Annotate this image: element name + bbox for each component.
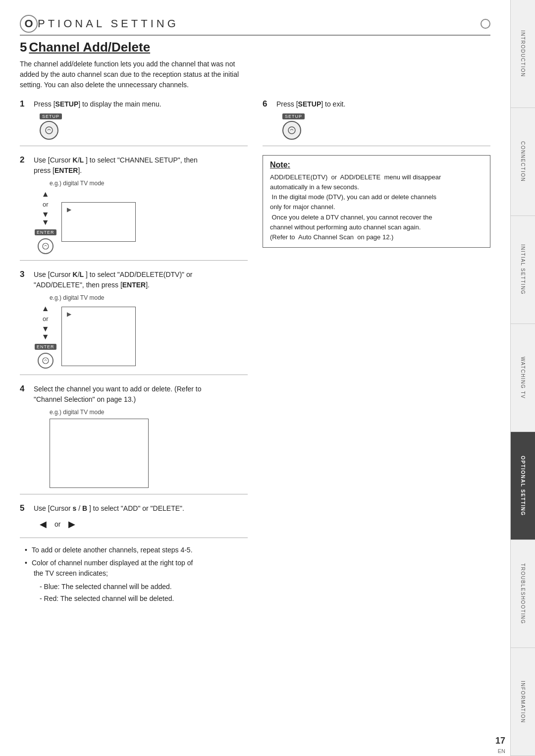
step-3-number: 3 — [20, 270, 30, 279]
bullet-4: - Red: The selected channel will be dele… — [25, 593, 248, 604]
svg-point-2 — [43, 358, 49, 364]
sidebar: INTRODUCTION CONNECTION INITIAL SETTING … — [510, 0, 535, 756]
remote-icon-3 — [38, 353, 54, 369]
step-2-label: e.g.) digital TV mode — [50, 180, 248, 187]
enter-badge-2: ENTER — [35, 229, 56, 235]
step-2: 2 Use [Cursor K/L ] to select "CHANNEL S… — [20, 155, 248, 261]
svg-point-3 — [288, 127, 295, 134]
up-arrow-3: ▲ — [42, 304, 50, 313]
down-arrow-3b: ▼ — [42, 332, 50, 341]
step-4-diagram — [35, 419, 248, 488]
sidebar-item-connection[interactable]: CONNECTION — [511, 108, 535, 216]
step-2-arrows: ▲ or ▼ ▼ ENTER — [35, 190, 56, 254]
step-4-menu — [50, 419, 149, 488]
step-6-number: 6 — [263, 99, 272, 109]
or-label-2: or — [43, 201, 49, 208]
bullet-list: To add or delete another channels, repea… — [20, 545, 248, 604]
bullet-3: - Blue: The selected channel will be add… — [25, 581, 248, 592]
menu-arrow-2: ▶ — [67, 206, 71, 213]
down-arrow-2b: ▼ — [42, 218, 50, 227]
step-6-text: Press [SETUP] to exit. — [276, 99, 345, 109]
setup-badge-1: SETUP — [40, 113, 62, 119]
en-label: EN — [498, 748, 505, 754]
header-circle-o: O — [20, 15, 38, 33]
note-box: Note: ADD/DELETE(DTV) or ADD/DELETE menu… — [263, 155, 490, 248]
step-4-text: Select the channel you want to add or de… — [34, 384, 202, 405]
sidebar-item-troubleshooting[interactable]: TROUBLESHOOTING — [511, 540, 535, 648]
step-6: 6 Press [SETUP] to exit. SETUP — [263, 99, 490, 146]
note-title: Note: — [270, 161, 483, 169]
two-column-layout: 1 Press [SETUP] to display the main menu… — [20, 99, 490, 605]
sidebar-item-initial-setting[interactable]: INITIAL SETTING — [511, 216, 535, 324]
bullet-2: Color of channel number displayed at the… — [25, 558, 248, 579]
step-4-label: e.g.) digital TV mode — [50, 409, 248, 416]
sidebar-item-optional-setting[interactable]: OPTIONAL SETTING — [511, 432, 535, 540]
up-arrow-2: ▲ — [42, 190, 50, 199]
step-3-diagram: ▲ or ▼ ▼ ENTER ▶ — [35, 304, 248, 369]
step-5-text: Use [Cursor s / B ] to select "ADD" or "… — [34, 503, 184, 514]
step-3-text: Use [Cursor K/L ] to select "ADD/DELETE(… — [34, 270, 192, 290]
step-5-arrows: ◀ or ▶ — [40, 519, 248, 530]
sidebar-item-information[interactable]: INFORMATION — [511, 648, 535, 756]
enter-badge-3: ENTER — [35, 344, 56, 350]
step-1-number: 1 — [20, 99, 30, 109]
menu-arrow-3: ▶ — [67, 311, 71, 318]
setup-remote-6 — [282, 121, 301, 140]
step-5: 5 Use [Cursor s / B ] to select "ADD" or… — [20, 503, 248, 538]
setup-badge-6: SETUP — [282, 113, 305, 119]
or-label-5: or — [54, 520, 60, 528]
step-2-text: Use [Cursor K/L ] to select "CHANNEL SET… — [34, 155, 198, 176]
note-text: ADD/DELETE(DTV) or ADD/DELETE menu will … — [270, 172, 483, 242]
section-title: 5Channel Add/Delete — [20, 40, 490, 55]
step-3: 3 Use [Cursor K/L ] to select "ADD/DELET… — [20, 270, 248, 375]
main-content: O PTIONAL SETTING 5Channel Add/Delete Th… — [0, 0, 510, 756]
step-3-menu: ▶ — [61, 307, 136, 366]
step-3-label: e.g.) digital TV mode — [50, 294, 248, 301]
bullet-1: To add or delete another channels, repea… — [25, 545, 248, 556]
header-title: PTIONAL SETTING — [38, 17, 481, 30]
step-4-number: 4 — [20, 384, 30, 394]
page-number: 17 — [495, 736, 505, 746]
page-header: O PTIONAL SETTING — [20, 15, 490, 36]
sidebar-item-watching-tv[interactable]: WATCHING TV — [511, 324, 535, 432]
or-label-3: or — [43, 315, 49, 323]
remote-icon-2 — [38, 238, 54, 254]
col-right: 6 Press [SETUP] to exit. SETUP Note: ADD… — [263, 99, 490, 605]
setup-remote-1 — [40, 121, 58, 140]
step-2-diagram: ▲ or ▼ ▼ ENTER ▶ — [35, 190, 248, 254]
step-4: 4 Select the channel you want to add or … — [20, 384, 248, 494]
step-1-text: Press [SETUP] to display the main menu. — [34, 99, 161, 109]
svg-point-0 — [46, 127, 53, 134]
step-2-number: 2 — [20, 155, 30, 165]
sidebar-item-introduction[interactable]: INTRODUCTION — [511, 0, 535, 108]
svg-point-1 — [43, 243, 49, 249]
header-circle-right — [481, 19, 490, 29]
right-arrow-5: ▶ — [68, 519, 75, 530]
col-left: 1 Press [SETUP] to display the main menu… — [20, 99, 248, 605]
step-3-arrows: ▲ or ▼ ▼ ENTER — [35, 304, 56, 369]
left-arrow-5: ◀ — [40, 519, 47, 530]
step-1: 1 Press [SETUP] to display the main menu… — [20, 99, 248, 146]
step-6-diagram: SETUP — [282, 113, 490, 140]
step-5-number: 5 — [20, 503, 30, 513]
step-1-diagram: SETUP — [40, 113, 248, 140]
intro-text: The channel add/delete function lets you… — [20, 59, 490, 90]
step-2-menu: ▶ — [61, 202, 136, 242]
